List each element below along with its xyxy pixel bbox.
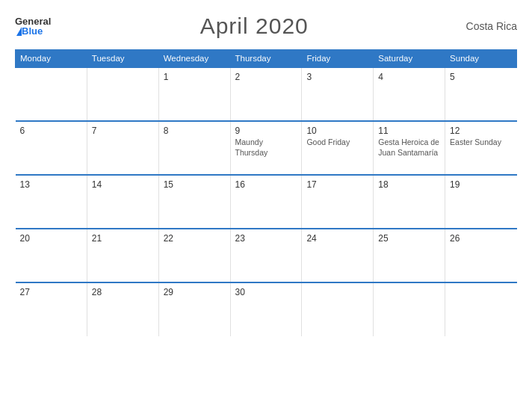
col-header-thursday: Thursday	[230, 50, 302, 68]
calendar-cell: 11Gesta Heroica de Juan Santamaría	[374, 121, 445, 175]
calendar-week-row: 6789Maundy Thursday10Good Friday11Gesta …	[16, 121, 517, 175]
logo-triangle-icon	[16, 27, 22, 36]
day-number: 23	[235, 233, 297, 244]
calendar-cell: 1	[158, 67, 230, 121]
day-number: 19	[450, 179, 512, 190]
day-number: 15	[164, 179, 226, 190]
month-title: April 2020	[51, 13, 457, 39]
calendar-cell: 9Maundy Thursday	[230, 121, 302, 175]
calendar-cell	[302, 282, 374, 336]
calendar-header-row: MondayTuesdayWednesdayThursdayFridaySatu…	[16, 50, 517, 68]
day-number: 13	[20, 179, 82, 190]
calendar-event: Easter Sunday	[450, 137, 512, 148]
day-number: 18	[378, 179, 440, 190]
calendar-cell: 26	[445, 229, 517, 282]
country-label: Costa Rica	[457, 20, 517, 32]
day-number: 11	[378, 126, 440, 136]
day-number: 1	[164, 72, 226, 82]
day-number: 25	[378, 233, 440, 244]
calendar-cell: 24	[302, 229, 374, 282]
calendar-cell: 30	[230, 282, 302, 336]
calendar-cell: 17	[302, 175, 374, 229]
calendar-cell: 3	[302, 67, 374, 121]
day-number: 5	[450, 72, 512, 82]
calendar-week-row: 27282930	[16, 282, 517, 336]
calendar-cell: 21	[87, 229, 158, 282]
day-number: 14	[92, 179, 154, 190]
calendar-cell: 23	[230, 229, 302, 282]
calendar-cell: 12Easter Sunday	[445, 121, 517, 175]
col-header-saturday: Saturday	[374, 50, 445, 68]
day-number: 10	[306, 126, 368, 136]
calendar-cell: 10Good Friday	[302, 121, 374, 175]
calendar-cell: 29	[158, 282, 230, 336]
calendar-event: Gesta Heroica de Juan Santamaría	[378, 137, 440, 158]
day-number: 22	[164, 233, 226, 244]
calendar-cell: 5	[445, 67, 517, 121]
day-number: 4	[378, 72, 440, 82]
day-number: 16	[235, 179, 297, 190]
calendar-table: MondayTuesdayWednesdayThursdayFridaySatu…	[15, 49, 517, 336]
day-number: 26	[450, 233, 512, 244]
calendar-cell: 19	[445, 175, 517, 229]
calendar-cell: 15	[158, 175, 230, 229]
calendar-cell: 8	[158, 121, 230, 175]
day-number: 9	[235, 126, 297, 136]
calendar-week-row: 12345	[16, 67, 517, 121]
calendar-cell	[445, 282, 517, 336]
day-number: 7	[92, 126, 154, 136]
calendar-cell: 20	[16, 229, 87, 282]
calendar-cell: 13	[16, 175, 87, 229]
calendar-cell: 18	[374, 175, 445, 229]
day-number: 28	[92, 287, 154, 297]
day-number: 27	[20, 287, 82, 297]
col-header-tuesday: Tuesday	[87, 50, 158, 68]
day-number: 6	[20, 126, 82, 136]
day-number: 30	[235, 287, 297, 297]
calendar-cell: 6	[16, 121, 87, 175]
header: General Blue April 2020 Costa Rica	[15, 13, 517, 39]
calendar-cell: 2	[230, 67, 302, 121]
col-header-friday: Friday	[302, 50, 374, 68]
logo-blue-text: Blue	[22, 26, 43, 36]
calendar-cell: 22	[158, 229, 230, 282]
calendar-cell: 4	[374, 67, 445, 121]
col-header-monday: Monday	[16, 50, 87, 68]
day-number: 24	[306, 233, 368, 244]
day-number: 8	[164, 126, 226, 136]
calendar-cell	[16, 67, 87, 121]
page: General Blue April 2020 Costa Rica Monda…	[0, 0, 532, 411]
day-number: 2	[235, 72, 297, 82]
calendar-cell	[87, 67, 158, 121]
calendar-cell: 16	[230, 175, 302, 229]
day-number: 20	[20, 233, 82, 244]
calendar-event: Maundy Thursday	[235, 137, 297, 158]
calendar-cell: 25	[374, 229, 445, 282]
calendar-event: Good Friday	[306, 137, 368, 148]
col-header-sunday: Sunday	[445, 50, 517, 68]
col-header-wednesday: Wednesday	[158, 50, 230, 68]
calendar-cell: 14	[87, 175, 158, 229]
calendar-cell: 7	[87, 121, 158, 175]
calendar-cell: 28	[87, 282, 158, 336]
calendar-week-row: 13141516171819	[16, 175, 517, 229]
logo: General Blue	[15, 16, 51, 36]
day-number: 29	[164, 287, 226, 297]
day-number: 21	[92, 233, 154, 244]
calendar-cell: 27	[16, 282, 87, 336]
calendar-week-row: 20212223242526	[16, 229, 517, 282]
day-number: 12	[450, 126, 512, 136]
day-number: 3	[306, 72, 368, 82]
calendar-cell	[374, 282, 445, 336]
day-number: 17	[306, 179, 368, 190]
